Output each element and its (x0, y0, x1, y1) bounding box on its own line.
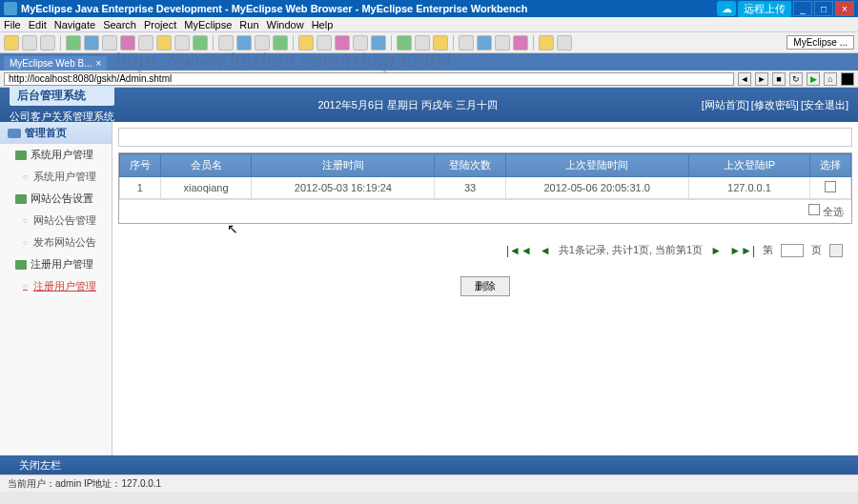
tool-17[interactable] (371, 35, 386, 50)
toolbar: MyEclipse ... (0, 32, 858, 53)
sidebar-item-notice-group[interactable]: 网站公告设置 (0, 188, 112, 210)
menu-bar: File Edit Navigate Search Project MyEcli… (0, 17, 858, 32)
page-prev-button[interactable]: ◄ (540, 244, 551, 257)
page-label-prefix: 第 (763, 243, 773, 257)
status-bar: 当前用户：admin IP地址：127.0.0.1 (0, 474, 858, 492)
cell-count: 33 (435, 177, 506, 199)
nav-stop-button[interactable]: ■ (772, 72, 786, 86)
menu-search[interactable]: Search (103, 19, 136, 30)
main-panel: 序号 会员名 注册时间 登陆次数 上次登陆时间 上次登陆IP 选择 1 xiao… (112, 122, 858, 455)
page-number-input[interactable] (781, 244, 804, 257)
tool-16[interactable] (353, 35, 368, 50)
menu-help[interactable]: Help (312, 19, 334, 30)
col-last: 上次登陆时间 (505, 154, 688, 177)
tool-19[interactable] (459, 35, 474, 50)
page-last-button[interactable]: ►►| (729, 244, 755, 257)
tool-forward[interactable] (557, 35, 572, 50)
page-go-button[interactable] (829, 244, 843, 257)
tool-20[interactable] (477, 35, 492, 50)
tab-close-icon[interactable]: × (96, 58, 102, 69)
collapse-sidebar-button[interactable]: 关闭左栏 (0, 455, 858, 474)
link-password[interactable]: [修改密码] (751, 98, 799, 112)
menu-myeclipse[interactable]: MyEclipse (184, 19, 232, 30)
tool-4[interactable] (120, 35, 135, 50)
pagination: |◄◄ ◄ 共1条记录, 共计1页, 当前第1页 ► ►►| 第 页 (118, 243, 852, 257)
menu-run[interactable]: Run (239, 19, 258, 30)
sidebar-item-reguser[interactable]: 注册用户管理 (0, 275, 112, 297)
col-reg: 注册时间 (252, 154, 435, 177)
table-row[interactable]: 1 xiaoqiang 2012-05-03 16:19:24 33 2012-… (120, 177, 851, 199)
col-seq: 序号 (120, 154, 161, 177)
tool-3[interactable] (102, 35, 117, 50)
menu-file[interactable]: File (4, 19, 21, 30)
remote-upload-button[interactable]: 远程上传 (738, 1, 791, 17)
tool-21[interactable] (495, 35, 510, 50)
tool-14[interactable] (317, 35, 332, 50)
tab-label: MyEclipse Web B... (10, 58, 92, 69)
tool-back[interactable] (539, 35, 554, 50)
app-logo: 后台管理系统 (10, 86, 114, 106)
menu-navigate[interactable]: Navigate (54, 19, 95, 30)
tool-1[interactable] (66, 35, 81, 50)
menu-project[interactable]: Project (144, 19, 176, 30)
tool-new[interactable] (4, 35, 19, 50)
cell-last: 2012-05-06 20:05:31.0 (505, 177, 688, 199)
menu-edit[interactable]: Edit (29, 19, 47, 30)
col-ip: 上次登陆IP (688, 154, 810, 177)
browser-tab[interactable]: MyEclipse Web B... × (4, 56, 107, 71)
editor-tab-bar: MyEclipse Web B... × (0, 53, 858, 71)
tool-6[interactable] (156, 35, 172, 50)
page-label-suffix: 页 (811, 243, 822, 257)
tool-debug[interactable] (415, 35, 430, 50)
tool-2[interactable] (84, 35, 99, 50)
tool-saveall[interactable] (40, 35, 55, 50)
tool-run[interactable] (397, 35, 412, 50)
delete-button[interactable]: 删除 (460, 276, 510, 296)
app-icon (4, 2, 17, 15)
tool-15[interactable] (335, 35, 350, 50)
address-bar: ◄ ► ■ ↻ ▶ ⌂ (0, 71, 858, 88)
sidebar-item-notice-manage[interactable]: 网站公告管理 (0, 210, 112, 232)
maximize-button[interactable]: □ (814, 1, 833, 16)
tool-5[interactable] (138, 35, 153, 50)
page-first-button[interactable]: |◄◄ (506, 244, 532, 257)
sidebar-item-notice-publish[interactable]: 发布网站公告 (0, 232, 112, 253)
myeclipse-perspective-button[interactable]: MyEclipse ... (786, 35, 854, 50)
cell-select (810, 177, 851, 199)
close-button[interactable]: × (835, 1, 854, 16)
tool-8[interactable] (193, 35, 208, 50)
tool-save[interactable] (22, 35, 37, 50)
select-all-checkbox[interactable] (808, 204, 820, 215)
nav-home-button[interactable]: ⌂ (824, 72, 837, 86)
nav-extra-button[interactable] (841, 72, 854, 86)
cloud-icon[interactable]: ☁ (717, 1, 736, 16)
tool-13[interactable] (298, 35, 314, 50)
menu-window[interactable]: Window (267, 19, 304, 30)
nav-refresh-button[interactable]: ↻ (789, 72, 803, 86)
window-titlebar: MyEclipse Java Enterprise Development - … (0, 0, 858, 17)
nav-back-button[interactable]: ◄ (738, 72, 751, 86)
sidebar-item-reguser-group[interactable]: 注册用户管理 (0, 253, 112, 275)
col-select: 选择 (810, 154, 851, 177)
row-checkbox[interactable] (825, 181, 836, 192)
tool-12[interactable] (273, 35, 288, 50)
col-count: 登陆次数 (435, 154, 506, 177)
sidebar-item-sysuser-group[interactable]: 系统用户管理 (0, 144, 112, 166)
minimize-button[interactable]: _ (793, 1, 812, 16)
nav-forward-button[interactable]: ► (755, 72, 768, 86)
link-logout[interactable]: [安全退出] (801, 98, 848, 112)
sidebar-item-sysuser[interactable]: 系统用户管理 (0, 166, 112, 188)
cell-ip: 127.0.0.1 (688, 177, 810, 199)
tool-7[interactable] (174, 35, 190, 50)
link-home[interactable]: [网站首页] (702, 98, 749, 112)
tool-18[interactable] (433, 35, 448, 50)
sidebar: 管理首页 系统用户管理 系统用户管理 网站公告设置 网站公告管理 发布网站公告 … (0, 122, 112, 455)
nav-go-button[interactable]: ▶ (807, 72, 820, 86)
tool-9[interactable] (218, 35, 234, 50)
tool-22[interactable] (513, 35, 528, 50)
url-input[interactable] (4, 72, 734, 86)
page-next-button[interactable]: ► (710, 244, 722, 257)
sidebar-group-header[interactable]: 管理首页 (0, 122, 112, 144)
tool-10[interactable] (236, 35, 252, 50)
tool-11[interactable] (255, 35, 270, 50)
